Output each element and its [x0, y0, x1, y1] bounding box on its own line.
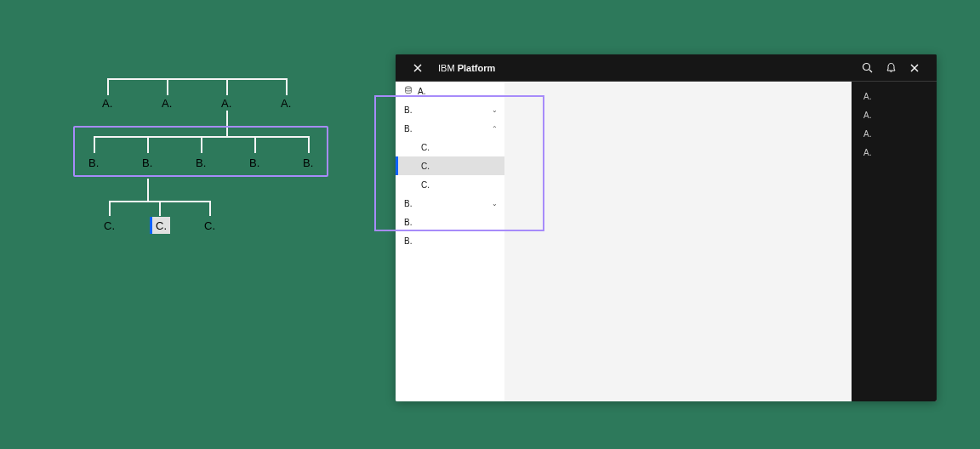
- brand-prefix: IBM: [438, 63, 455, 73]
- sidebar-item-label: B.: [404, 236, 412, 246]
- sidebar-item[interactable]: C.: [396, 175, 504, 194]
- sidebar-item-label: C.: [421, 180, 430, 190]
- sidebar-right-label: A.: [863, 92, 871, 101]
- close-icon: [413, 63, 423, 73]
- sidebar-item-label: B.: [404, 124, 412, 134]
- sidebar-right: A.A.A.A.: [852, 82, 937, 401]
- database-icon: [404, 86, 413, 96]
- sidebar-right-item[interactable]: A.: [852, 87, 937, 105]
- sidebar-item[interactable]: B.: [396, 231, 504, 250]
- sidebar-item-label: A.: [418, 87, 425, 96]
- sidebar-item-label: B.: [404, 218, 412, 227]
- sidebar-item-label: C.: [421, 162, 430, 171]
- sidebar-item[interactable]: C.: [396, 138, 504, 156]
- tree-node-c: C.: [204, 219, 215, 232]
- sidebar-left: A.B.⌄B.⌃C.C.C.B.⌄B.B.: [396, 82, 504, 401]
- tree-node-c: C.: [104, 219, 115, 232]
- tree-node-a: A.: [102, 97, 112, 110]
- chevron-down-icon: ⌄: [492, 106, 498, 114]
- sidebar-item[interactable]: C.: [396, 156, 504, 175]
- close-icon: [909, 63, 920, 73]
- close-button[interactable]: [406, 56, 430, 80]
- tree-node-c-label: C.: [156, 219, 167, 232]
- search-button[interactable]: [855, 56, 879, 80]
- sidebar-item[interactable]: B.⌄: [396, 100, 504, 119]
- sidebar-item-label: B.: [404, 105, 412, 115]
- search-icon: [862, 62, 873, 73]
- tree-node-b: B.: [196, 156, 206, 169]
- sidebar-item[interactable]: A.: [396, 82, 504, 100]
- tree-node-a: A.: [281, 97, 291, 110]
- tree-node-b: B.: [88, 156, 99, 169]
- sidebar-right-label: A.: [863, 111, 871, 120]
- chevron-up-icon: ⌃: [492, 125, 498, 133]
- tree-node-b: B.: [249, 156, 259, 169]
- sidebar-right-item[interactable]: A.: [852, 143, 937, 162]
- app-window: IBM Platform A.B.⌄B.⌃C.C.C.B.⌄B.B. A.A.A…: [396, 54, 937, 401]
- sidebar-right-item[interactable]: A.: [852, 105, 937, 124]
- app-title: IBM Platform: [438, 63, 495, 73]
- main-content: [504, 82, 852, 401]
- tree-node-b: B.: [142, 156, 152, 169]
- sidebar-right-label: A.: [863, 129, 871, 139]
- app-header: IBM Platform: [396, 54, 937, 82]
- sidebar-item-label: C.: [421, 143, 430, 152]
- tree-node-c-selected: C.: [150, 217, 170, 234]
- sidebar-item[interactable]: B.: [396, 213, 504, 231]
- svg-point-0: [863, 64, 869, 71]
- svg-point-1: [406, 87, 412, 89]
- sidebar-item[interactable]: B.⌃: [396, 119, 504, 138]
- sidebar-item-label: B.: [404, 199, 412, 208]
- chevron-down-icon: ⌄: [492, 200, 498, 207]
- sidebar-right-label: A.: [863, 148, 871, 157]
- header-close-button[interactable]: [903, 56, 926, 80]
- notifications-button[interactable]: [879, 56, 903, 80]
- tree-node-a: A.: [162, 97, 172, 110]
- hierarchy-diagram: A. A. A. A. B. B. B. B. B. C. C. C.: [77, 78, 349, 265]
- sidebar-item[interactable]: B.⌄: [396, 194, 504, 213]
- bell-icon: [886, 62, 897, 73]
- brand-name: Platform: [458, 63, 496, 73]
- sidebar-right-item[interactable]: A.: [852, 124, 937, 143]
- tree-node-a: A.: [221, 97, 231, 110]
- tree-node-b: B.: [303, 156, 313, 169]
